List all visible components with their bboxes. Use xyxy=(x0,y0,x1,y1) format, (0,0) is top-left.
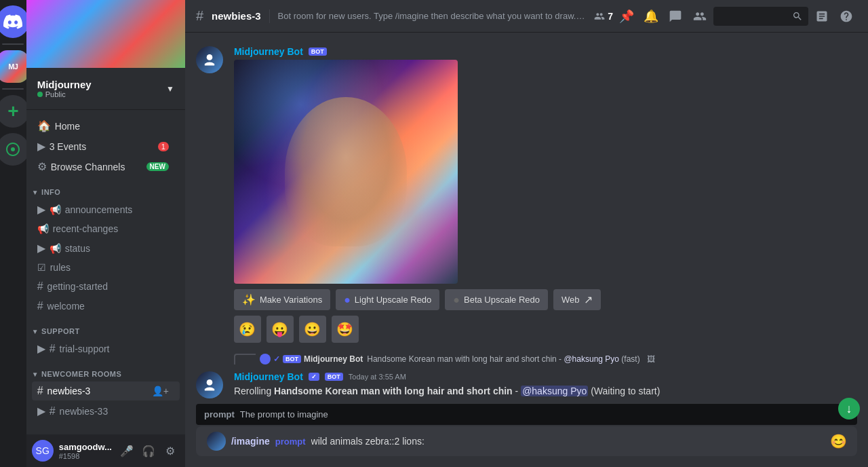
browse-icon: ⚙ xyxy=(37,160,47,173)
support-category[interactable]: ▼ SUPPORT xyxy=(26,316,185,338)
discord-home-button[interactable] xyxy=(0,5,26,38)
info-label: INFO xyxy=(41,188,60,196)
web-button[interactable]: Web ↗ xyxy=(553,289,601,310)
make-variations-button[interactable]: ✨ Make Variations xyxy=(234,289,330,310)
message-input[interactable] xyxy=(311,436,825,447)
input-user-avatar xyxy=(207,432,226,451)
message-input-box: /imagine prompt 😊 xyxy=(196,426,857,456)
inbox-button[interactable] xyxy=(811,5,833,27)
channel-description: Bot room for new users. Type /imagine th… xyxy=(278,11,587,21)
reroll-timestamp: Today at 3:55 AM xyxy=(349,373,406,381)
username: samgoodw... xyxy=(59,442,112,452)
notification-bell-button[interactable]: 🔔 xyxy=(640,5,662,27)
svg-point-2 xyxy=(207,379,213,386)
bot-author-name: Midjourney Bot xyxy=(234,46,303,57)
scroll-to-bottom-button[interactable]: ↓ xyxy=(838,398,860,419)
reaction-tongue[interactable]: 😛 xyxy=(267,316,294,343)
add-server-button[interactable]: + xyxy=(0,95,26,128)
announce-icon-1: ▶ xyxy=(37,203,45,216)
member-count-value: 7 xyxy=(608,11,613,22)
reroll-header: Midjourney Bot ✓ BOT Today at 3:55 AM xyxy=(234,371,857,382)
megaphone-icon-2: 📢 xyxy=(37,223,49,234)
microphone-button[interactable]: 🎤 xyxy=(117,441,136,460)
search-bar[interactable] xyxy=(713,7,808,26)
prompt-label: prompt xyxy=(204,409,235,419)
browse-channels-item[interactable]: ⚙ Browse Channels NEW xyxy=(32,157,180,176)
new-badge: NEW xyxy=(146,162,169,171)
user-discriminator: #1598 xyxy=(59,452,112,460)
ref-author-container: ✓ BOT Midjourney Bot xyxy=(260,354,363,365)
dm-button[interactable] xyxy=(665,5,686,27)
status-dot xyxy=(37,92,43,97)
channel-newbies-3[interactable]: # newbies-3 👤+ xyxy=(32,381,180,400)
reroll-bot-badge: ✓ xyxy=(309,373,319,381)
reroll-text: Rerolling Handsome Korean man with long … xyxy=(234,385,857,398)
channel-header: # newbies-3 Bot room for new users. Type… xyxy=(185,0,868,33)
action-buttons: ✨ Make Variations ● Light Upscale Redo ●… xyxy=(234,289,857,310)
search-input[interactable] xyxy=(719,11,787,21)
prompt-tooltip: prompt The prompt to imagine xyxy=(196,404,857,425)
reroll-bold: Handsome Korean man with long hair and s… xyxy=(274,386,513,396)
megaphone-icon-3: 📢 xyxy=(50,243,61,254)
image-container xyxy=(234,60,857,284)
settings-button[interactable]: ⚙ xyxy=(161,441,180,460)
explore-button[interactable] xyxy=(0,133,26,166)
header-actions: 7 📌 🔔 xyxy=(594,5,857,27)
server-header-chevron: ▼ xyxy=(166,84,174,94)
messages-area[interactable]: Midjourney Bot BOT ✨ Make Variations xyxy=(185,33,868,426)
expand-arrow-newbies33: ▶ xyxy=(37,405,45,417)
beta-upscale-icon: ● xyxy=(453,294,460,306)
events-badge: 1 xyxy=(158,142,169,151)
reply-line xyxy=(234,354,256,365)
reaction-buttons: 😢 😛 😀 🤩 xyxy=(234,316,857,343)
server-divider xyxy=(2,43,24,45)
newcomer-arrow: ▼ xyxy=(32,371,39,378)
hash-icon-5: # xyxy=(50,405,56,417)
bot-badge: BOT xyxy=(309,48,327,56)
hash-icon-1: # xyxy=(37,280,43,293)
headphones-button[interactable]: 🎧 xyxy=(139,441,158,460)
channel-hash-icon: # xyxy=(196,8,203,24)
channel-trial-support[interactable]: ▶ # trial-support xyxy=(32,339,180,358)
newcomer-label: NEWCOMER ROOMS xyxy=(41,370,121,378)
add-member-icon: 👤+ xyxy=(152,386,169,396)
channel-recent-changes[interactable]: 📢 recent-changes xyxy=(32,220,180,238)
channel-getting-started[interactable]: # getting-started xyxy=(32,277,180,296)
reaction-grin[interactable]: 😀 xyxy=(299,316,326,343)
server-header[interactable]: Midjourney Public ▼ xyxy=(26,68,185,110)
megaphone-icon-1: 📢 xyxy=(50,204,61,215)
midjourney-server-icon[interactable]: MJ xyxy=(0,50,26,83)
newcomer-category[interactable]: ▼ NEWCOMER ROOMS xyxy=(26,359,185,381)
reaction-star-eyes[interactable]: 🤩 xyxy=(332,316,359,343)
channel-status[interactable]: ▶ 📢 status xyxy=(32,238,180,258)
reply-reference: ✓ BOT Midjourney Bot Handsome Korean man… xyxy=(196,354,857,365)
reroll-bot-name: Midjourney Bot xyxy=(234,371,303,382)
help-button[interactable] xyxy=(835,5,857,27)
message-input-area: /imagine prompt 😊 xyxy=(185,426,868,467)
channel-newbies-33[interactable]: ▶ # newbies-33 xyxy=(32,401,180,421)
server-list: MJ + xyxy=(0,0,26,467)
beta-upscale-redo-button[interactable]: ● Beta Upscale Redo xyxy=(445,289,548,310)
emoji-button[interactable]: 😊 xyxy=(830,433,846,449)
svg-point-0 xyxy=(11,147,15,151)
message-header: Midjourney Bot BOT xyxy=(234,46,857,57)
rules-icon: ☑ xyxy=(37,262,46,273)
pin-button[interactable]: 📌 xyxy=(616,5,637,27)
members-button[interactable] xyxy=(689,5,711,27)
channel-announcements[interactable]: ▶ 📢 announcements xyxy=(32,200,180,219)
channel-list: 🏠 Home ▶ 3 Events 1 ⚙ Browse Channels NE… xyxy=(26,110,185,434)
light-upscale-redo-button[interactable]: ● Light Upscale Redo xyxy=(336,289,439,310)
input-prompt-label: prompt xyxy=(275,436,306,447)
ref-text: Handsome Korean man with long hair and s… xyxy=(367,354,639,364)
ref-image-icon: 🖼 xyxy=(647,354,655,364)
channel-welcome[interactable]: # welcome xyxy=(32,297,180,316)
reroll-badge: BOT xyxy=(325,373,343,381)
events-item[interactable]: ▶ 3 Events 1 xyxy=(32,136,180,156)
web-label: Web xyxy=(561,295,580,305)
info-category[interactable]: ▼ INFO xyxy=(26,177,185,199)
reaction-sad[interactable]: 😢 xyxy=(234,316,261,343)
channel-rules[interactable]: ☑ rules xyxy=(32,259,180,276)
home-item[interactable]: 🏠 Home xyxy=(32,116,180,136)
server-banner xyxy=(26,0,185,68)
info-arrow: ▼ xyxy=(32,189,39,196)
